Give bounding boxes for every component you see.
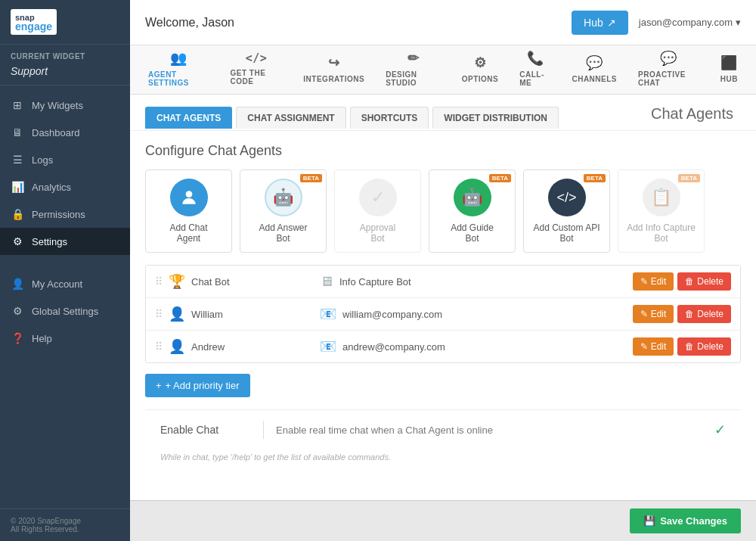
tab-call-me[interactable]: 📞 CALL-ME [509, 42, 561, 97]
config-title: Configure Chat Agents [145, 143, 741, 159]
person-icon: 👤 [169, 306, 185, 322]
email-icon: 📧 [320, 306, 336, 322]
tab-label: INTEGRATIONS [303, 75, 364, 83]
hint-text: While in chat, type '/help' to get the l… [145, 449, 741, 472]
sub-tab-chat-agents[interactable]: CHAT AGENTS [145, 107, 232, 129]
edit-button[interactable]: ✎ Edit [633, 337, 674, 356]
tab-label: DESIGN STUDIO [386, 70, 441, 87]
card-add-custom-api-bot[interactable]: BETA </> Add Custom APIBot [523, 169, 610, 253]
email-icon: 📧 [320, 338, 336, 355]
agent-table: ⠿ 🏆 Chat Bot 🖥 Info Capture Bot ✎ Edit [145, 265, 741, 363]
hub-button[interactable]: Hub ↗ [572, 11, 628, 35]
delete-button[interactable]: 🗑 Delete [677, 272, 731, 291]
sidebar-item-label: Permissions [32, 209, 85, 220]
enable-chat-section: Enable Chat Enable real time chat when a… [145, 409, 741, 449]
save-changes-button[interactable]: 💾 Save Changes [630, 508, 741, 533]
sub-tab-shortcuts[interactable]: SHORTCUTS [350, 107, 429, 129]
sidebar-item-global-settings[interactable]: ⚙ Global Settings [0, 297, 130, 325]
delete-button[interactable]: 🗑 Delete [677, 305, 731, 323]
welcome-message: Welcome, Jason [145, 16, 234, 30]
card-label: Add Custom APIBot [533, 222, 600, 244]
agent-actions: ✎ Edit 🗑 Delete [633, 337, 731, 356]
card-add-answer-bot[interactable]: BETA 🤖 Add AnswerBot [240, 169, 327, 253]
edit-icon: ✎ [640, 276, 648, 287]
checkmark-icon: ✓ [714, 421, 726, 438]
tab-integrations[interactable]: ↪ INTEGRATIONS [293, 47, 375, 93]
sidebar-item-settings[interactable]: ⚙ Settings [0, 228, 130, 255]
agent-settings-icon: 👥 [170, 50, 187, 67]
sidebar-item-help[interactable]: ❓ Help [0, 325, 130, 352]
agent-col-name: 🏆 Chat Bot [169, 273, 320, 290]
code-icon: </> [246, 51, 268, 65]
agent-col-name: 👤 William [169, 306, 320, 322]
sidebar-item-label: Help [32, 333, 52, 344]
sidebar-item-label: My Widgets [32, 100, 83, 111]
edit-icon: ✎ [640, 309, 648, 319]
sub-tab-widget-distribution[interactable]: WIDGET DISTRIBUTION [432, 107, 559, 129]
sidebar-item-logs[interactable]: ☰ Logs [0, 146, 130, 173]
sidebar-item-dashboard[interactable]: 🖥 Dashboard [0, 119, 130, 146]
bottom-save-bar: 💾 Save Changes [130, 500, 756, 541]
design-icon: ✏ [407, 50, 420, 67]
custom-api-bot-icon: </> [548, 179, 586, 216]
tab-get-the-code[interactable]: </> GET THE CODE [220, 44, 293, 95]
card-add-guide-bot[interactable]: BETA 🤖 Add GuideBot [429, 169, 516, 253]
drag-handle-icon[interactable]: ⠿ [155, 340, 163, 353]
sidebar-widget-name: Support [0, 64, 130, 86]
sidebar: snap engage CURRENT WIDGET Support ⊞ My … [0, 0, 130, 541]
tab-label: CALL-ME [519, 70, 550, 87]
account-icon: 👤 [11, 278, 24, 290]
drag-handle-icon[interactable]: ⠿ [155, 308, 163, 320]
content-area: CHAT AGENTS CHAT ASSIGNMENT SHORTCUTS WI… [130, 95, 756, 500]
sidebar-item-permissions[interactable]: 🔒 Permissions [0, 201, 130, 228]
add-priority-tier-button[interactable]: + + Add priority tier [145, 374, 250, 397]
agent-name: William [191, 309, 223, 320]
sidebar-item-my-widgets[interactable]: ⊞ My Widgets [0, 92, 130, 119]
info-capture-bot-icon: 📋 [643, 179, 680, 216]
edit-button[interactable]: ✎ Edit [633, 305, 674, 323]
card-label: ApprovalBot [360, 222, 395, 244]
agent-sub: william@company.com [342, 309, 442, 320]
info-capture-row-icon: 🖥 [320, 274, 333, 290]
sub-tab-chat-assignment[interactable]: CHAT ASSIGNMENT [236, 107, 345, 129]
save-label: Save Changes [660, 515, 727, 527]
analytics-icon: 📊 [11, 181, 24, 193]
tab-design-studio[interactable]: ✏ DESIGN STUDIO [375, 42, 451, 97]
agent-actions: ✎ Edit 🗑 Delete [633, 272, 731, 291]
tab-proactive-chat[interactable]: 💬 PROACTIVE CHAT [627, 42, 710, 97]
proactive-icon: 💬 [660, 50, 677, 67]
sidebar-item-label: Global Settings [32, 306, 98, 317]
tab-label: AGENT SETTINGS [148, 70, 209, 87]
agent-col-email: 🖥 Info Capture Bot [320, 274, 633, 290]
drag-handle-icon[interactable]: ⠿ [155, 275, 163, 288]
tab-hub[interactable]: ⬛ HUB [710, 47, 748, 93]
sidebar-nav: ⊞ My Widgets 🖥 Dashboard ☰ Logs 📊 Analyt… [0, 86, 130, 508]
trash-icon: 🗑 [685, 309, 694, 319]
sidebar-item-my-account[interactable]: 👤 My Account [0, 270, 130, 297]
tab-label: OPTIONS [462, 75, 499, 83]
tab-label: HUB [720, 75, 738, 83]
sidebar-item-analytics[interactable]: 📊 Analytics [0, 173, 130, 201]
tab-label: GET THE CODE [231, 69, 283, 86]
add-priority-label: + Add priority tier [166, 380, 240, 391]
tab-agent-settings[interactable]: 👥 AGENT SETTINGS [138, 42, 220, 97]
edit-button[interactable]: ✎ Edit [633, 272, 674, 291]
section-title: Chat Agents [651, 105, 741, 130]
hub-tab-icon: ⬛ [720, 54, 738, 71]
user-email-dropdown[interactable]: jason@company.com ▾ [639, 17, 741, 28]
agent-name: Chat Bot [191, 276, 230, 288]
sidebar-widget-label: CURRENT WIDGET [0, 45, 130, 64]
integrations-icon: ↪ [328, 54, 340, 71]
main-tab-nav: 👥 AGENT SETTINGS </> GET THE CODE ↪ INTE… [130, 45, 756, 95]
settings-icon: ⚙ [11, 235, 24, 247]
tab-label: PROACTIVE CHAT [638, 70, 699, 87]
tab-channels[interactable]: 💬 CHANNELS [561, 47, 627, 93]
guide-bot-icon: 🤖 [454, 179, 491, 216]
help-icon: ❓ [11, 332, 24, 344]
enable-chat-label: Enable Chat [160, 424, 251, 436]
table-row: ⠿ 🏆 Chat Bot 🖥 Info Capture Bot ✎ Edit [146, 266, 740, 298]
delete-button[interactable]: 🗑 Delete [677, 337, 731, 356]
card-add-chat-agent[interactable]: Add ChatAgent [145, 169, 232, 253]
tab-options[interactable]: ⚙ OPTIONS [451, 47, 510, 93]
table-row: ⠿ 👤 William 📧 william@company.com ✎ Edit [146, 298, 740, 331]
